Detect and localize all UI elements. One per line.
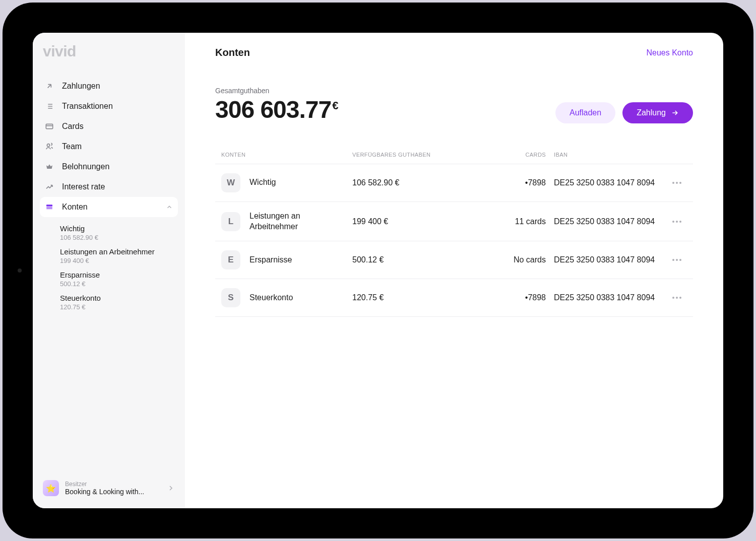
iban-cell: DE25 3250 0383 1047 8094 — [554, 217, 667, 226]
balance-currency: € — [332, 99, 338, 112]
iban-cell: DE25 3250 0383 1047 8094 — [554, 255, 667, 264]
user-role: Besitzer — [65, 481, 161, 488]
logo: vivid — [40, 43, 178, 76]
main-content: Konten Neues Konto Gesamtguthaben 306 60… — [185, 33, 723, 508]
svg-rect-3 — [46, 207, 52, 208]
nav: Zahlungen Transaktionen Cards — [40, 76, 178, 475]
nav-label: Transaktionen — [62, 102, 113, 111]
more-button[interactable] — [667, 297, 687, 299]
sidebar-account-leistungen[interactable]: Leistungen an Arbeitnehmer 199 400 € — [60, 243, 178, 266]
account-name: Steuerkonto — [249, 293, 293, 303]
table-header: KONTEN VERFÜGBARES GUTHABEN CARDS IBAN — [215, 152, 693, 164]
sub-account-balance: 106 582.90 € — [60, 234, 178, 241]
nav-label: Zahlungen — [62, 82, 100, 91]
account-badge: W — [221, 173, 240, 192]
camera-dot — [18, 268, 22, 273]
nav-item-transaktionen[interactable]: Transaktionen — [40, 96, 178, 116]
account-badge: S — [221, 288, 240, 307]
sidebar: vivid Zahlungen Transaktionen — [33, 33, 185, 508]
svg-rect-4 — [46, 209, 52, 209]
table-row[interactable]: L Leistungen an Arbeitnehmer 199 400 € 1… — [215, 202, 693, 242]
accounts-table: KONTEN VERFÜGBARES GUTHABEN CARDS IBAN W… — [215, 152, 693, 317]
star-icon: ⭐ — [46, 484, 56, 493]
nav-label: Belohnungen — [62, 162, 109, 171]
sidebar-sub-accounts: Wichtig 106 582.90 € Leistungen an Arbei… — [40, 217, 178, 313]
topup-button[interactable]: Aufladen — [555, 102, 615, 123]
account-name: Ersparnisse — [249, 255, 292, 265]
svg-point-1 — [47, 144, 49, 147]
cards-cell: •7898 — [473, 293, 554, 302]
nav-item-cards[interactable]: Cards — [40, 116, 178, 137]
cards-cell: 11 cards — [473, 217, 554, 226]
sidebar-account-wichtig[interactable]: Wichtig 106 582.90 € — [60, 220, 178, 243]
available-balance: 106 582.90 € — [352, 178, 473, 187]
stack-icon — [45, 202, 54, 212]
sidebar-account-ersparnisse[interactable]: Ersparnisse 500.12 € — [60, 266, 178, 290]
action-buttons: Aufladen Zahlung — [555, 102, 693, 123]
iban-cell: DE25 3250 0383 1047 8094 — [554, 178, 667, 187]
th-iban: IBAN — [554, 152, 667, 158]
payment-button[interactable]: Zahlung — [622, 102, 693, 123]
nav-item-interest-rate[interactable]: Interest rate — [40, 177, 178, 197]
account-name: Leistungen an Arbeitnehmer — [249, 211, 335, 232]
table-row[interactable]: S Steuerkonto 120.75 € •7898 DE25 3250 0… — [215, 279, 693, 317]
crown-icon — [45, 162, 54, 171]
nav-label: Interest rate — [62, 182, 105, 191]
nav-label: Team — [62, 142, 82, 151]
table-row[interactable]: W Wichtig 106 582.90 € •7898 DE25 3250 0… — [215, 164, 693, 202]
more-button[interactable] — [667, 221, 687, 223]
trend-icon — [45, 182, 54, 191]
nav-label: Konten — [62, 202, 88, 212]
available-balance: 199 400 € — [352, 217, 473, 226]
sub-account-name: Steuerkonto — [60, 294, 178, 302]
card-icon — [45, 122, 54, 131]
balance-number: 306 603.77 — [215, 96, 331, 123]
page-title: Konten — [215, 47, 250, 58]
sub-account-name: Leistungen an Arbeitnehmer — [60, 247, 178, 256]
main-header: Konten Neues Konto — [215, 47, 693, 58]
nav-label: Cards — [62, 122, 84, 131]
list-icon — [45, 102, 54, 111]
svg-rect-0 — [46, 124, 52, 128]
available-balance: 500.12 € — [352, 255, 473, 264]
more-button[interactable] — [667, 182, 687, 184]
chevron-up-icon — [166, 204, 173, 211]
chevron-right-icon — [167, 484, 175, 492]
th-cards: CARDS — [473, 152, 554, 158]
sub-account-balance: 120.75 € — [60, 303, 178, 311]
company-avatar: ⭐ — [43, 480, 59, 496]
nav-item-team[interactable]: Team — [40, 137, 178, 157]
sub-account-name: Ersparnisse — [60, 270, 178, 279]
sub-account-balance: 199 400 € — [60, 257, 178, 264]
nav-item-konten[interactable]: Konten — [40, 197, 178, 217]
account-badge: L — [221, 212, 240, 231]
nav-item-belohnungen[interactable]: Belohnungen — [40, 157, 178, 177]
total-balance-amount: 306 603.77€ — [215, 97, 338, 123]
account-name: Wichtig — [249, 177, 276, 188]
table-row[interactable]: E Ersparnisse 500.12 € No cards DE25 325… — [215, 241, 693, 279]
sub-account-balance: 500.12 € — [60, 280, 178, 288]
arrow-up-right-icon — [45, 82, 54, 91]
sidebar-account-steuerkonto[interactable]: Steuerkonto 120.75 € — [60, 290, 178, 313]
arrow-right-icon — [671, 109, 679, 117]
balance-row: Gesamtguthaben 306 603.77€ Aufladen Zahl… — [215, 87, 693, 123]
total-balance-label: Gesamtguthaben — [215, 87, 338, 95]
new-account-link[interactable]: Neues Konto — [646, 48, 693, 57]
account-badge: E — [221, 250, 240, 269]
cards-cell: No cards — [473, 255, 554, 264]
more-button[interactable] — [667, 259, 687, 261]
tablet-frame: vivid Zahlungen Transaktionen — [3, 3, 753, 538]
users-icon — [45, 142, 54, 151]
sub-account-name: Wichtig — [60, 224, 178, 233]
cards-cell: •7898 — [473, 178, 554, 187]
sidebar-footer[interactable]: ⭐ Besitzer Booking & Looking with... — [40, 475, 178, 501]
nav-item-zahlungen[interactable]: Zahlungen — [40, 76, 178, 96]
th-available: VERFÜGBARES GUTHABEN — [352, 152, 473, 158]
iban-cell: DE25 3250 0383 1047 8094 — [554, 293, 667, 302]
th-account: KONTEN — [221, 152, 352, 158]
app-window: vivid Zahlungen Transaktionen — [33, 33, 723, 508]
svg-rect-2 — [46, 205, 52, 206]
payment-button-label: Zahlung — [637, 108, 666, 117]
company-name: Booking & Looking with... — [65, 488, 161, 496]
available-balance: 120.75 € — [352, 293, 473, 302]
